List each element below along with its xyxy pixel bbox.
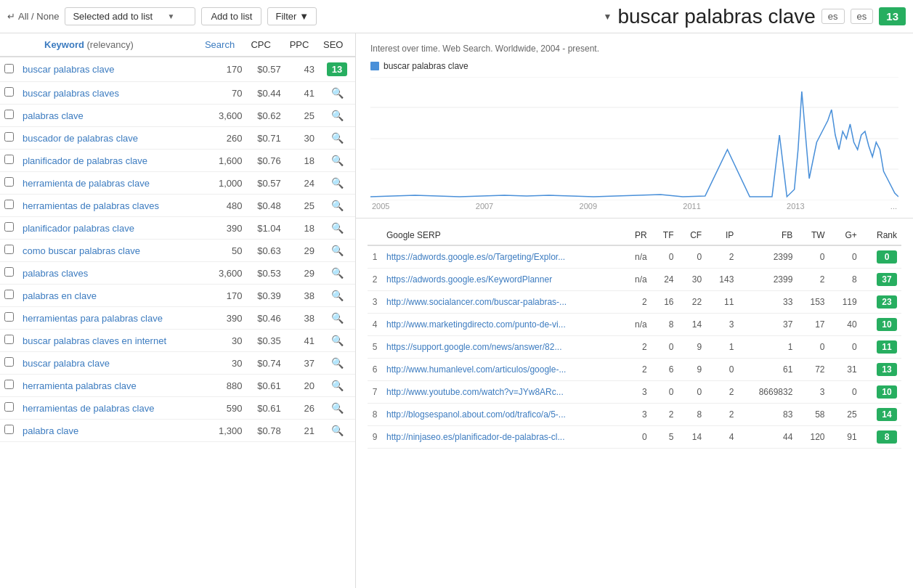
row-checkbox[interactable] xyxy=(4,222,14,232)
row-checkbox[interactable] xyxy=(4,312,14,322)
serp-row-url[interactable]: https://adwords.google.es/KeywordPlanner xyxy=(382,269,622,291)
row-keyword[interactable]: herramientas de palabras clave xyxy=(18,397,200,420)
serp-row-url[interactable]: http://www.humanlevel.com/articulos/goog… xyxy=(382,359,622,381)
serp-row-url[interactable]: http://ninjaseo.es/planificador-de-palab… xyxy=(382,426,622,449)
row-keyword[interactable]: herramienta palabras clave xyxy=(18,375,200,397)
row-checkbox[interactable] xyxy=(4,380,14,389)
row-checkbox[interactable] xyxy=(4,402,14,412)
all-none-toggle[interactable]: ↵ All / None xyxy=(7,11,59,22)
row-checkbox[interactable] xyxy=(4,245,14,254)
add-to-list-button[interactable]: Add to list xyxy=(201,7,261,25)
row-keyword[interactable]: herramientas para palabras clave xyxy=(18,307,200,330)
row-seo[interactable]: 🔍 xyxy=(319,285,355,307)
row-seo[interactable]: 🔍 xyxy=(319,172,355,195)
row-checkbox[interactable] xyxy=(4,357,14,367)
seo-search-icon[interactable]: 🔍 xyxy=(331,245,344,256)
row-checkbox[interactable] xyxy=(4,425,14,434)
row-search: 1,300 xyxy=(200,420,247,442)
seo-search-icon[interactable]: 🔍 xyxy=(331,200,344,211)
row-checkbox[interactable] xyxy=(4,267,14,277)
seo-search-icon[interactable]: 🔍 xyxy=(331,335,344,346)
lang-badge-es1[interactable]: es xyxy=(821,9,845,24)
row-keyword[interactable]: planificador palabras clave xyxy=(18,217,200,240)
row-seo[interactable]: 🔍 xyxy=(319,217,355,240)
row-keyword[interactable]: buscar palabras claves en internet xyxy=(18,330,200,352)
header-keyword-sortable[interactable]: Keyword xyxy=(44,39,84,50)
seo-search-icon[interactable]: 🔍 xyxy=(331,177,344,189)
seo-search-icon[interactable]: 🔍 xyxy=(331,357,344,369)
row-keyword[interactable]: palabras claves xyxy=(18,262,200,285)
serp-header-fb[interactable]: FB xyxy=(738,226,797,245)
row-seo[interactable]: 🔍 xyxy=(319,330,355,352)
seo-search-icon[interactable]: 🔍 xyxy=(331,87,344,99)
filter-button[interactable]: Filter ▼ xyxy=(267,7,317,25)
serp-row-url[interactable]: https://support.google.com/news/answer/8… xyxy=(382,336,622,359)
row-keyword[interactable]: herramientas de palabras claves xyxy=(18,195,200,217)
serp-header-ip[interactable]: IP xyxy=(706,226,738,245)
row-checkbox[interactable] xyxy=(4,64,14,73)
row-seo[interactable]: 🔍 xyxy=(319,262,355,285)
row-checkbox[interactable] xyxy=(4,110,14,119)
row-seo[interactable]: 🔍 xyxy=(319,150,355,172)
serp-row-url[interactable]: http://www.youtube.com/watch?v=JYw8ARc..… xyxy=(382,381,622,404)
serp-header-tf[interactable]: TF xyxy=(652,226,678,245)
serp-header-tw[interactable]: TW xyxy=(797,226,829,245)
serp-header-pr[interactable]: PR xyxy=(622,226,652,245)
seo-search-icon[interactable]: 🔍 xyxy=(331,267,344,279)
row-seo[interactable]: 🔍 xyxy=(319,127,355,150)
row-seo[interactable]: 🔍 xyxy=(319,240,355,262)
row-seo[interactable]: 🔍 xyxy=(319,307,355,330)
serp-header-rank[interactable]: Rank xyxy=(861,226,901,245)
serp-row-ip: 2 xyxy=(706,404,738,426)
row-checkbox[interactable] xyxy=(4,177,14,187)
serp-header-url[interactable]: Google SERP xyxy=(382,226,622,245)
row-keyword[interactable]: palabras en clave xyxy=(18,285,200,307)
row-checkbox-cell xyxy=(0,307,18,330)
add-to-list-dropdown[interactable]: Selected add to list ▼ xyxy=(65,7,195,25)
row-keyword[interactable]: palabra clave xyxy=(18,420,200,442)
seo-search-icon[interactable]: 🔍 xyxy=(331,425,344,436)
seo-search-icon[interactable]: 🔍 xyxy=(331,110,344,121)
seo-search-icon[interactable]: 🔍 xyxy=(331,402,344,414)
serp-row-url[interactable]: https://adwords.google.es/o/Targeting/Ex… xyxy=(382,245,622,269)
title-dropdown-arrow[interactable]: ▼ xyxy=(604,12,612,22)
seo-search-icon[interactable]: 🔍 xyxy=(331,380,344,391)
row-keyword[interactable]: buscador de palabras clave xyxy=(18,127,200,150)
serp-header-gplus[interactable]: G+ xyxy=(829,226,861,245)
row-seo[interactable]: 🔍 xyxy=(319,82,355,105)
serp-row-cf: 14 xyxy=(678,426,707,449)
seo-score-badge[interactable]: 13 xyxy=(879,7,906,25)
row-seo[interactable]: 🔍 xyxy=(319,195,355,217)
row-checkbox[interactable] xyxy=(4,200,14,209)
row-keyword[interactable]: planificador de palabras clave xyxy=(18,150,200,172)
seo-search-icon[interactable]: 🔍 xyxy=(331,290,344,301)
row-seo[interactable]: 🔍 xyxy=(319,105,355,127)
all-none-label[interactable]: All / None xyxy=(18,11,59,22)
row-search: 30 xyxy=(200,330,247,352)
row-checkbox[interactable] xyxy=(4,155,14,164)
row-checkbox[interactable] xyxy=(4,290,14,299)
seo-search-icon[interactable]: 🔍 xyxy=(331,132,344,144)
row-checkbox[interactable] xyxy=(4,132,14,142)
seo-search-icon[interactable]: 🔍 xyxy=(331,312,344,324)
row-checkbox[interactable] xyxy=(4,87,14,97)
serp-header-cf[interactable]: CF xyxy=(678,226,707,245)
row-seo[interactable]: 🔍 xyxy=(319,352,355,375)
serp-row-url[interactable]: http://www.marketingdirecto.com/punto-de… xyxy=(382,314,622,336)
row-seo[interactable]: 🔍 xyxy=(319,420,355,442)
lang-badge-es2[interactable]: es xyxy=(851,9,874,24)
row-keyword[interactable]: buscar palabras clave xyxy=(18,57,200,82)
serp-row-url[interactable]: http://blogsespanol.about.com/od/trafico… xyxy=(382,404,622,426)
row-seo[interactable]: 🔍 xyxy=(319,397,355,420)
header-search[interactable]: Search xyxy=(200,33,247,57)
row-keyword[interactable]: buscar palabra clave xyxy=(18,352,200,375)
row-keyword[interactable]: herramienta de palabras clave xyxy=(18,172,200,195)
row-seo[interactable]: 🔍 xyxy=(319,375,355,397)
row-keyword[interactable]: como buscar palabras clave xyxy=(18,240,200,262)
row-keyword[interactable]: palabras clave xyxy=(18,105,200,127)
seo-search-icon[interactable]: 🔍 xyxy=(331,155,344,166)
seo-search-icon[interactable]: 🔍 xyxy=(331,222,344,234)
row-checkbox[interactable] xyxy=(4,335,14,344)
row-keyword[interactable]: buscar palabras claves xyxy=(18,82,200,105)
serp-row-url[interactable]: http://www.socialancer.com/buscar-palabr… xyxy=(382,291,622,314)
